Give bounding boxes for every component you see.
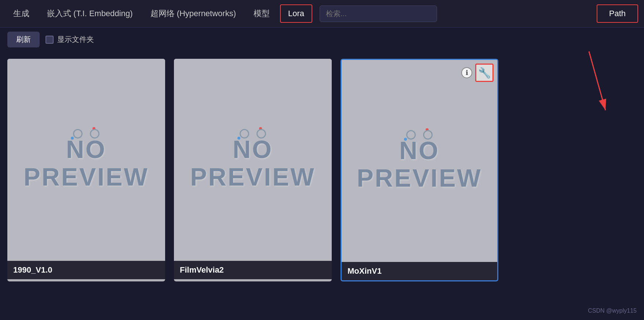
card-moxinv1[interactable]: NO PREVIEW ℹ 🔧 MoXinV1: [341, 59, 498, 281]
card-footer-1: 1990_V1.0: [7, 261, 165, 279]
tab-generate[interactable]: 生成: [6, 4, 37, 23]
card-footer-2: FilmVelvia2: [174, 261, 332, 279]
card-preview-2: NO PREVIEW: [174, 59, 332, 261]
card-preview-1: NO PREVIEW: [7, 59, 165, 261]
no-preview-3: NO PREVIEW: [357, 130, 482, 192]
toolbar: 刷新 显示文件夹: [0, 28, 644, 51]
refresh-button[interactable]: 刷新: [7, 32, 40, 47]
show-folders-checkbox[interactable]: 显示文件夹: [46, 35, 94, 44]
no-preview-1: NO PREVIEW: [23, 129, 149, 191]
search-input[interactable]: [320, 6, 437, 22]
no-preview-text-line1-2: NO: [233, 136, 273, 163]
path-button[interactable]: Path: [597, 4, 638, 23]
card-name-1: 1990_V1.0: [13, 265, 52, 275]
watermark: CSDN @wyply115: [588, 308, 637, 314]
show-folders-label: 显示文件夹: [57, 35, 94, 44]
card-filmvelvia2[interactable]: NO PREVIEW FilmVelvia2: [174, 59, 332, 281]
card-preview-3: NO PREVIEW: [342, 60, 497, 262]
checkbox-box[interactable]: [46, 36, 54, 44]
card-1990-v1[interactable]: NO PREVIEW 1990_V1.0: [7, 59, 165, 281]
cards-grid: NO PREVIEW 1990_V1.0 NO PREVIEW: [0, 51, 644, 281]
tab-lora[interactable]: Lora: [280, 4, 312, 23]
card-name-3: MoXinV1: [348, 266, 382, 276]
tab-embedding[interactable]: 嵌入式 (T.I. Embedding): [40, 4, 140, 23]
no-preview-text-line1-1: NO: [66, 136, 106, 163]
no-preview-text-line2-3: PREVIEW: [357, 164, 482, 192]
card-footer-3: MoXinV1: [342, 262, 497, 280]
card-overlay-icons: ℹ 🔧: [461, 64, 494, 82]
no-preview-text-line2-1: PREVIEW: [23, 163, 149, 191]
tab-hypernetworks[interactable]: 超网络 (Hypernetworks): [143, 4, 243, 23]
no-preview-text-line2-2: PREVIEW: [190, 163, 316, 191]
wrench-icon-box[interactable]: 🔧: [475, 64, 494, 82]
no-preview-text-line1-3: NO: [399, 137, 440, 164]
no-preview-2: NO PREVIEW: [190, 129, 316, 191]
nav-bar: 生成 嵌入式 (T.I. Embedding) 超网络 (Hypernetwor…: [0, 0, 644, 28]
info-icon[interactable]: ℹ: [461, 67, 472, 78]
tab-models[interactable]: 模型: [246, 4, 277, 23]
card-name-2: FilmVelvia2: [180, 265, 224, 275]
